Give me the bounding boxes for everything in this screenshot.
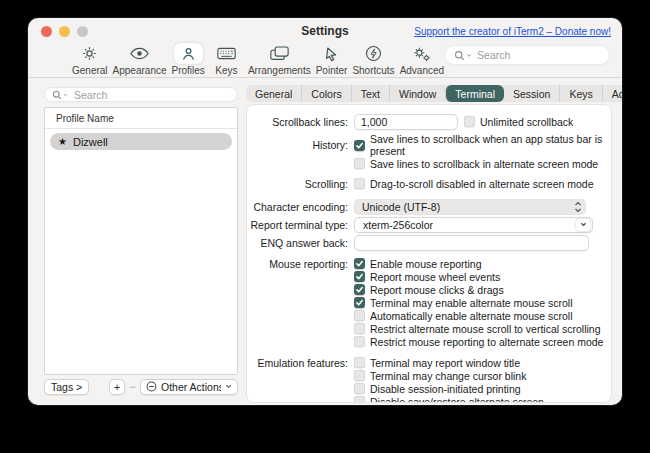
toolbar-item-profiles[interactable]: Profiles (172, 43, 205, 76)
combobox-value: xterm-256color (363, 219, 433, 231)
checkbox-unlimited-scrollback[interactable]: Unlimited scrollback (464, 116, 573, 128)
checkbox-label: Terminal may report window title (370, 357, 520, 369)
toolbar: GeneralAppearanceProfilesKeysArrangement… (28, 42, 622, 78)
profile-row[interactable]: ★Dizwell (50, 133, 232, 150)
toolbar-item-appearance[interactable]: Appearance (113, 43, 167, 76)
checkbox-checked-icon (354, 140, 365, 151)
popup-value: Unicode (UTF-8) (362, 201, 574, 213)
tab-session[interactable]: Session (504, 85, 559, 102)
tab-text[interactable]: Text (351, 85, 389, 102)
tab-general[interactable]: General (246, 85, 301, 102)
toolbar-item-label: Arrangements (248, 65, 311, 76)
scrollback-row: Scrollback lines: Unlimited scrollback (247, 113, 611, 130)
checkbox-restrict-alternate-mouse-scroll-to-vertical-scrolling[interactable]: Restrict alternate mouse scroll to verti… (354, 323, 601, 335)
report-terminal-type-combobox[interactable]: xterm-256color (354, 217, 593, 233)
bolt-icon (358, 43, 389, 64)
chevron-down-icon[interactable] (576, 219, 590, 231)
toolbar-item-general[interactable]: General (72, 43, 108, 76)
checkbox-unchecked-icon (464, 116, 475, 127)
checkbox-label: Enable mouse reporting (370, 258, 482, 270)
toolbar-item-shortcuts[interactable]: Shortcuts (352, 43, 394, 76)
enq-answer-back-input[interactable] (354, 235, 589, 251)
checkbox-disable-session-initiated-printing[interactable]: Disable session-initiated printing (354, 383, 521, 395)
toolbar-item-label: Appearance (113, 65, 167, 76)
other-actions-label: Other Actions… (161, 381, 221, 393)
checkbox-report-mouse-wheel-events[interactable]: Report mouse wheel events (354, 271, 500, 283)
checkbox-drag-to-scroll-disabled-in-alternate-screen-mode[interactable]: Drag-to-scroll disabled in alternate scr… (354, 178, 594, 190)
checkbox-checked-icon (354, 258, 365, 269)
checkbox-unchecked-icon (354, 310, 365, 321)
mouse-reporting-group: Mouse reporting:Enable mouse reportingRe… (247, 257, 611, 348)
tab-keys[interactable]: Keys (559, 85, 601, 102)
character-encoding-row: Character encoding: Unicode (UTF-8) (247, 198, 611, 215)
donate-link[interactable]: Support the creator of iTerm2 – Donate n… (414, 26, 611, 37)
toolbar-item-advanced[interactable]: Advanced (400, 43, 444, 76)
checkbox-label: Terminal may change cursor blink (370, 370, 526, 382)
tab-advanced[interactable]: Advanced (602, 85, 622, 102)
gears-icon (405, 43, 438, 64)
scrollback-lines-label: Scrollback lines: (247, 116, 354, 128)
checkbox-label: Drag-to-scroll disabled in alternate scr… (370, 178, 594, 190)
titlebar: Settings Support the creator of iTerm2 –… (28, 18, 622, 42)
toolbar-item-label: Pointer (316, 65, 348, 76)
tab-terminal[interactable]: Terminal (445, 85, 504, 102)
toolbar-search[interactable] (444, 45, 610, 65)
checkbox-disable-save-restore-alternate-screen[interactable]: Disable save/restore alternate screen (354, 396, 544, 404)
window-body: Profile Name ★Dizwell Tags > + − Other A… (28, 78, 622, 405)
scrollback-lines-input[interactable] (354, 114, 458, 130)
enq-answer-back-row: ENQ answer back: (247, 234, 611, 251)
profile-list-header: Profile Name (45, 108, 237, 129)
character-encoding-label: Character encoding: (247, 201, 354, 213)
tab-window[interactable]: Window (389, 85, 445, 102)
checkbox-terminal-may-report-window-title[interactable]: Terminal may report window title (354, 357, 520, 369)
checkbox-restrict-mouse-reporting-to-alternate-screen-mode[interactable]: Restrict mouse reporting to alternate sc… (354, 336, 603, 348)
profile-search[interactable] (44, 87, 238, 102)
close-button[interactable] (41, 26, 52, 37)
checkbox-checked-icon (354, 284, 365, 295)
report-terminal-type-label: Report terminal type: (247, 219, 354, 231)
toolbar-item-keys[interactable]: Keys (210, 43, 243, 76)
checkbox-unchecked-icon (354, 383, 365, 394)
profile-search-input[interactable] (72, 88, 230, 102)
scrolling-group: Scrolling:Drag-to-scroll disabled in alt… (247, 177, 611, 190)
tab-colors[interactable]: Colors (301, 85, 350, 102)
gear-icon (74, 43, 105, 64)
toolbar-search-input[interactable] (475, 48, 600, 62)
character-encoding-popup[interactable]: Unicode (UTF-8) (354, 199, 586, 215)
history-label: History: (247, 139, 354, 151)
zoom-button-disabled (77, 26, 88, 37)
checkbox-report-mouse-clicks-drags[interactable]: Report mouse clicks & drags (354, 284, 504, 296)
circle-minus-icon (146, 381, 157, 392)
checkbox-unchecked-icon (354, 396, 365, 403)
minimize-button[interactable] (59, 26, 70, 37)
windows-icon (263, 43, 296, 64)
toolbar-items: GeneralAppearanceProfilesKeysArrangement… (72, 43, 444, 76)
checkbox-label: Terminal may enable alternate mouse scro… (370, 297, 573, 309)
chevron-down-icon (225, 384, 232, 389)
search-icon (454, 50, 472, 61)
checkbox-terminal-may-change-cursor-blink[interactable]: Terminal may change cursor blink (354, 370, 526, 382)
profile-tabbar: GeneralColorsTextWindowTerminalSessionKe… (246, 85, 622, 102)
checkbox-enable-mouse-reporting[interactable]: Enable mouse reporting (354, 258, 482, 270)
up-down-stepper-icon (574, 201, 582, 213)
checkbox-label: Unlimited scrollback (480, 116, 573, 128)
checkbox-label: Restrict alternate mouse scroll to verti… (370, 323, 601, 335)
checkbox-terminal-may-enable-alternate-mouse-scroll[interactable]: Terminal may enable alternate mouse scro… (354, 297, 573, 309)
checkbox-save-lines-to-scrollback-in-alternate-screen-mode[interactable]: Save lines to scrollback in alternate sc… (354, 158, 598, 170)
other-actions-dropdown[interactable]: Other Actions… (140, 379, 238, 395)
checkbox-label: Report mouse wheel events (370, 271, 500, 283)
report-terminal-type-row: Report terminal type: xterm-256color (247, 216, 611, 233)
add-profile-button[interactable]: + (109, 379, 125, 395)
mouse-reporting-label: Mouse reporting: (247, 258, 354, 270)
checkbox-unchecked-icon (354, 336, 365, 347)
checkbox-save-lines-to-scrollback-when-an-app-status-bar-is-present[interactable]: Save lines to scrollback when an app sta… (354, 133, 611, 157)
toolbar-item-pointer[interactable]: Pointer (316, 43, 348, 76)
tags-button[interactable]: Tags > (44, 379, 89, 395)
checkbox-unchecked-icon (354, 357, 365, 368)
profile-name: Dizwell (73, 136, 108, 148)
toolbar-item-label: Profiles (172, 65, 205, 76)
toolbar-item-arrangements[interactable]: Arrangements (248, 43, 311, 76)
checkbox-automatically-enable-alternate-mouse-scroll[interactable]: Automatically enable alternate mouse scr… (354, 310, 573, 322)
profile-list-body: ★Dizwell (45, 133, 237, 150)
eye-icon (123, 43, 156, 64)
